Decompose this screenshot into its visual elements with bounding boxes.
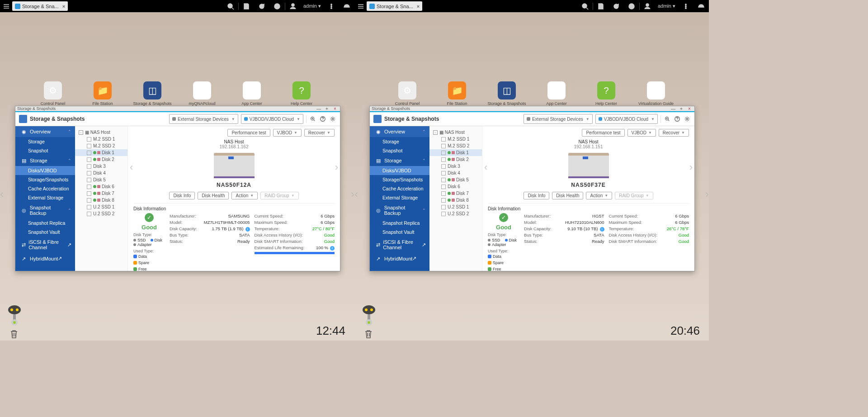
dashboard-icon[interactable]: [339, 0, 354, 12]
nav-iscsi[interactable]: ⇄iSCSI & Fibre Channel↗: [15, 237, 75, 253]
info-badge-icon[interactable]: i: [600, 227, 604, 232]
checkbox[interactable]: [441, 212, 446, 216]
more-icon[interactable]: [678, 0, 693, 12]
tree-item[interactable]: Disk 4: [75, 170, 127, 176]
tree-item[interactable]: Disk 8: [429, 197, 482, 204]
desktop-app-file-station[interactable]: 📁 File Station: [92, 81, 113, 106]
tree-item[interactable]: Disk 6: [75, 183, 127, 190]
minimize-icon[interactable]: —: [670, 106, 676, 111]
user-menu[interactable]: admin ▾: [301, 3, 324, 9]
disk-info-button[interactable]: Disk Info: [169, 192, 195, 199]
maximize-icon[interactable]: +: [678, 106, 684, 111]
desktop-app-help-center[interactable]: ? Help Center: [291, 81, 312, 106]
user-menu[interactable]: admin ▾: [655, 3, 678, 9]
refresh-icon[interactable]: [254, 0, 269, 12]
nav-hybridmount[interactable]: ↗HybridMount↗: [15, 253, 75, 264]
desktop-app-app-center[interactable]: ▦ App Center: [546, 81, 567, 106]
checkbox[interactable]: [441, 171, 446, 175]
main-menu-icon[interactable]: [0, 0, 12, 12]
user-icon[interactable]: [640, 0, 655, 12]
tree-item[interactable]: U.2 SSD 1: [75, 204, 127, 210]
desktop-pager-prev[interactable]: ‹: [0, 188, 4, 200]
external-storage-dropdown[interactable]: External Storage Devices▼: [169, 114, 238, 124]
nav-item[interactable]: Disks/VJBOD: [370, 166, 429, 175]
checkbox[interactable]: [441, 144, 446, 148]
tree-item[interactable]: Disk 1: [429, 149, 482, 156]
nav-hybridmount[interactable]: ↗HybridMount↗: [370, 253, 429, 264]
nav-item[interactable]: Snapshot Vault: [15, 227, 75, 237]
taskbar-tab[interactable]: Storage & Sna... ×: [367, 1, 422, 11]
tree-host[interactable]: -▦ NAS Host: [75, 129, 127, 136]
desktop-pager-prev[interactable]: ‹: [354, 188, 358, 200]
recover-dropdown[interactable]: Recover▼: [659, 129, 689, 137]
carousel-next-icon[interactable]: ›: [689, 161, 693, 173]
checkbox[interactable]: [441, 151, 446, 155]
desktop-app-app-center[interactable]: ▦ App Center: [241, 81, 263, 106]
tab-close-icon[interactable]: ×: [62, 4, 65, 9]
carousel-prev-icon[interactable]: ‹: [130, 161, 133, 173]
help-icon[interactable]: [674, 115, 681, 123]
tree-item[interactable]: Disk 7: [75, 190, 127, 197]
close-icon[interactable]: ×: [332, 106, 338, 111]
desktop-app-virtualization-guide[interactable]: ◆ Virtualization Guide: [645, 81, 667, 106]
checkbox[interactable]: [87, 171, 91, 175]
desktop-app-file-station[interactable]: 📁 File Station: [446, 81, 468, 106]
nav-overview[interactable]: ◉Overview⌃: [15, 126, 75, 137]
checkbox[interactable]: [87, 137, 91, 142]
main-menu-icon[interactable]: [354, 0, 367, 12]
checkbox[interactable]: [87, 198, 91, 203]
checkbox[interactable]: [87, 178, 91, 182]
nav-item[interactable]: Disks/VJBOD: [15, 166, 75, 175]
tree-item[interactable]: M.2 SSD 1: [75, 136, 127, 142]
tab-close-icon[interactable]: ×: [417, 4, 420, 9]
nav-item[interactable]: Storage: [15, 137, 75, 146]
checkbox[interactable]: [87, 151, 91, 155]
desktop-pager-next[interactable]: ›: [351, 188, 354, 200]
disk-info-button[interactable]: Disk Info: [524, 192, 549, 199]
trash-icon[interactable]: [363, 329, 373, 339]
desktop-app-control-panel[interactable]: ⚙ Control Panel: [396, 81, 418, 106]
clipboard-icon[interactable]: [593, 0, 609, 12]
info-icon[interactable]: [269, 0, 285, 12]
search-icon[interactable]: [577, 0, 593, 12]
checkbox[interactable]: [441, 164, 446, 169]
tree-item[interactable]: Disk 5: [429, 176, 482, 183]
tree-item[interactable]: Disk 2: [429, 156, 482, 163]
nav-item[interactable]: Snapshot: [15, 146, 75, 155]
tree-item[interactable]: Disk 3: [75, 163, 127, 170]
tree-item[interactable]: U.2 SSD 1: [429, 204, 482, 210]
performance-test-button[interactable]: Performance test: [227, 129, 270, 137]
nav-item[interactable]: Storage/Snapshots: [370, 175, 429, 184]
desktop-app-storage-snapshots[interactable]: ◫ Storage & Snapshots: [142, 81, 163, 106]
refresh-icon[interactable]: [609, 0, 624, 12]
zoom-fit-icon[interactable]: [309, 115, 316, 123]
desktop-app-storage-snapshots[interactable]: ◫ Storage & Snapshots: [496, 81, 518, 106]
nav-item[interactable]: Storage: [370, 137, 429, 146]
desktop-pager-next[interactable]: ›: [705, 188, 709, 200]
tree-item[interactable]: U.2 SSD 2: [429, 210, 482, 217]
nav-item[interactable]: Snapshot Vault: [370, 227, 429, 237]
action-dropdown[interactable]: Action▼: [231, 192, 258, 199]
tree-item[interactable]: Disk 5: [75, 176, 127, 183]
desktop-app-myqnapcloud[interactable]: ☁ myQNAPcloud: [191, 81, 213, 106]
tree-host[interactable]: -▦ NAS Host: [429, 129, 482, 136]
checkbox[interactable]: [87, 205, 91, 209]
info-badge-icon[interactable]: i: [245, 227, 250, 232]
assistant-robot-icon[interactable]: [361, 304, 377, 327]
taskbar-tab[interactable]: Storage & Sna... ×: [12, 1, 68, 11]
nav-snapshot-backup[interactable]: ◎Snapshot Backup⌃: [15, 202, 75, 218]
tree-item[interactable]: Disk 4: [429, 170, 482, 176]
vjbod-cloud-dropdown[interactable]: VJBOD/VJBOD Cloud▼: [595, 114, 658, 124]
nav-storage[interactable]: ▤Storage⌃: [15, 155, 75, 166]
carousel-prev-icon[interactable]: ‹: [484, 161, 487, 173]
checkbox[interactable]: [441, 137, 446, 142]
dashboard-icon[interactable]: [693, 0, 709, 12]
tree-item[interactable]: M.2 SSD 2: [429, 142, 482, 149]
nav-snapshot-backup[interactable]: ◎Snapshot Backup⌃: [370, 202, 429, 218]
tree-item[interactable]: Disk 6: [429, 183, 482, 190]
nav-item[interactable]: Snapshot: [370, 146, 429, 155]
checkbox[interactable]: [441, 191, 446, 196]
clipboard-icon[interactable]: [239, 0, 254, 12]
checkbox[interactable]: [441, 198, 446, 203]
checkbox[interactable]: [441, 178, 446, 182]
